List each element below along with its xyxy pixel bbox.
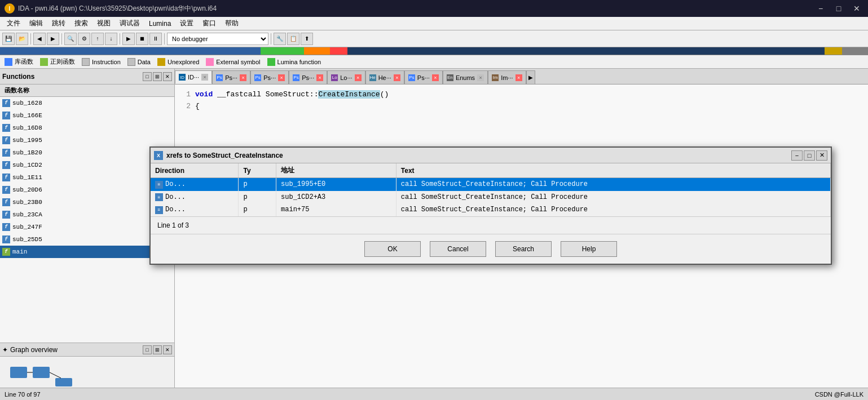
sidebar-item-sub1995[interactable]: f sub_1995 — [0, 134, 174, 146]
menu-window[interactable]: 窗口 — [198, 17, 221, 29]
window-controls[interactable]: − □ ✕ — [814, 3, 863, 14]
legend-color-unexplored — [157, 58, 165, 66]
tabs-more[interactable]: ▶ — [526, 70, 535, 84]
table-row-2[interactable]: ≡Do... p sub_1CD2+A3 call SomeStruct_Cre… — [151, 191, 831, 204]
menu-lumina[interactable]: Lumina — [144, 19, 175, 29]
tab-close-he[interactable]: × — [394, 74, 400, 81]
tab-close-id[interactable]: × — [201, 74, 208, 81]
sidebar-item-sub25d5[interactable]: f sub_25D5 — [0, 233, 174, 246]
toolbar-btn-forward[interactable]: ▶ — [47, 33, 59, 45]
tab-lo[interactable]: Lo Lo··· × — [327, 70, 365, 84]
graph-ctrl-close[interactable]: ✕ — [163, 345, 172, 354]
dialog-search-btn[interactable]: Search — [495, 241, 552, 257]
sidebar-list[interactable]: f sub_1628 f sub_166E f sub_16D8 f sub_1… — [0, 97, 174, 381]
navigator-bar — [0, 47, 868, 55]
toolbar-btn-1[interactable]: 💾 — [2, 33, 15, 45]
dialog-ok-btn[interactable]: OK — [364, 241, 421, 257]
toolbar-btn-5[interactable]: ↑ — [91, 33, 104, 45]
func-icon-11: f — [2, 223, 10, 231]
toolbar-btn-4[interactable]: ⚙ — [78, 33, 90, 45]
sidebar-item-sub1e11[interactable]: f sub_1E11 — [0, 171, 174, 184]
legend-color-external — [206, 58, 214, 66]
tab-close-lo[interactable]: × — [355, 74, 362, 81]
maximize-button[interactable]: □ — [832, 3, 845, 14]
dialog-minimize-btn[interactable]: − — [791, 150, 803, 161]
app-icon: I — [5, 3, 15, 14]
sidebar-item-sub166e[interactable]: f sub_166E — [0, 109, 174, 122]
tab-close-ps3[interactable]: × — [316, 74, 323, 81]
graph-controls[interactable]: □ ⊞ ✕ — [143, 345, 172, 354]
sidebar-ctrl-float[interactable]: ⊞ — [153, 72, 162, 81]
sidebar-item-sub23b0[interactable]: f sub_23B0 — [0, 196, 174, 208]
sidebar-item-sub23ca[interactable]: f sub_23CA — [0, 208, 174, 221]
tab-close-ps4[interactable]: × — [432, 74, 439, 81]
code-content-1: void __fastcall SomeStruct::CreateInstan… — [195, 89, 389, 101]
toolbar-btn-9[interactable]: ⬆ — [301, 33, 313, 45]
dialog-cancel-btn[interactable]: Cancel — [430, 241, 486, 257]
toolbar-btn-pause[interactable]: ⏸ — [149, 33, 162, 45]
toolbar-btn-8[interactable]: 📋 — [287, 33, 299, 45]
legend-label-lumina: Lumina function — [277, 59, 321, 65]
minimize-button[interactable]: − — [814, 3, 827, 14]
toolbar-btn-play[interactable]: ▶ — [122, 33, 135, 45]
graph-ctrl-float[interactable]: ⊞ — [153, 345, 162, 354]
toolbar-btn-3[interactable]: 🔍 — [64, 33, 77, 45]
tab-close-ps1[interactable]: × — [240, 74, 246, 81]
dialog-maximize-btn[interactable]: □ — [804, 150, 815, 161]
toolbar-btn-6[interactable]: ↓ — [105, 33, 117, 45]
menu-debugger[interactable]: 调试器 — [115, 17, 144, 29]
sidebar-item-sub20d6[interactable]: f sub_20D6 — [0, 184, 174, 196]
dialog-help-btn[interactable]: Help — [561, 241, 617, 257]
tab-im[interactable]: Im Im··· × — [488, 70, 526, 84]
tab-ps1[interactable]: Ps Ps··· × — [212, 70, 250, 84]
tab-id[interactable]: ID ID··· × — [175, 70, 212, 84]
tab-ps4[interactable]: Ps Ps··· × — [404, 70, 443, 84]
graph-ctrl-restore[interactable]: □ — [143, 345, 152, 354]
tab-ps3[interactable]: Ps Ps··· × — [289, 70, 327, 84]
legend-lib-func: 库函数 — [5, 57, 33, 66]
menu-help[interactable]: 帮助 — [221, 17, 243, 29]
graph-overview: ✦ Graph overview □ ⊞ ✕ — [0, 343, 175, 388]
func-icon-8: f — [2, 186, 10, 194]
table-row-3[interactable]: ≡Do... p main+75 call SomeStruct_CreateI… — [151, 203, 831, 216]
dialog-title-left: X xrefs to SomeStruct_CreateInstance — [154, 151, 283, 160]
menu-file[interactable]: 文件 — [2, 17, 25, 29]
tab-close-im[interactable]: × — [515, 74, 522, 81]
tab-label-enums: Enums — [456, 74, 475, 81]
table-row-1[interactable]: ≡Do... p sub_1995+E0 call SomeStruct_Cre… — [151, 178, 831, 191]
tab-close-enums[interactable]: × — [477, 74, 484, 81]
dialog-controls[interactable]: − □ ✕ — [791, 150, 827, 161]
toolbar-btn-7[interactable]: 🔧 — [274, 33, 286, 45]
sidebar-item-main[interactable]: f main — [0, 246, 174, 258]
menu-jump[interactable]: 跳转 — [47, 17, 70, 29]
dialog-close-btn[interactable]: ✕ — [816, 150, 827, 161]
menu-search[interactable]: 搜索 — [70, 17, 92, 29]
sidebar-item-sub1cd2[interactable]: f sub_1CD2 — [0, 159, 174, 171]
toolbar-btn-back[interactable]: ◀ — [33, 33, 46, 45]
menu-view[interactable]: 视图 — [92, 17, 115, 29]
tab-ps2[interactable]: Ps Ps··· × — [250, 70, 289, 84]
sidebar-controls[interactable]: □ ⊞ ✕ — [143, 72, 172, 81]
menu-edit[interactable]: 编辑 — [25, 17, 47, 29]
close-button[interactable]: ✕ — [850, 3, 863, 14]
status-line-info: Line 70 of 97 — [5, 391, 41, 398]
menu-settings[interactable]: 设置 — [175, 17, 198, 29]
tab-enums[interactable]: En Enums × — [443, 70, 488, 84]
tabs-bar[interactable]: ID ID··· × Ps Ps··· × Ps Ps··· × Ps Ps··… — [175, 69, 868, 85]
func-icon-12: f — [2, 235, 10, 243]
tab-he[interactable]: He He··· × — [365, 70, 404, 84]
sidebar-item-sub247f[interactable]: f sub_247F — [0, 221, 174, 233]
sidebar-item-sub1628[interactable]: f sub_1628 — [0, 97, 174, 109]
sidebar-ctrl-restore[interactable]: □ — [143, 72, 152, 81]
tab-label-ps4: Ps··· — [417, 74, 430, 81]
tab-icon-ps4: Ps — [408, 74, 415, 81]
sidebar-item-sub1b20[interactable]: f sub_1B20 — [0, 146, 174, 159]
legend-external: External symbol — [206, 58, 260, 66]
toolbar-btn-2[interactable]: 📂 — [16, 33, 28, 45]
tab-close-ps2[interactable]: × — [278, 74, 285, 81]
sidebar-item-sub16d8[interactable]: f sub_16D8 — [0, 122, 174, 134]
sidebar-ctrl-close[interactable]: ✕ — [163, 72, 172, 81]
debugger-select[interactable]: No debugger — [167, 33, 268, 45]
toolbar-btn-stop[interactable]: ⏹ — [136, 33, 148, 45]
nav-seg-highlight — [304, 47, 330, 55]
